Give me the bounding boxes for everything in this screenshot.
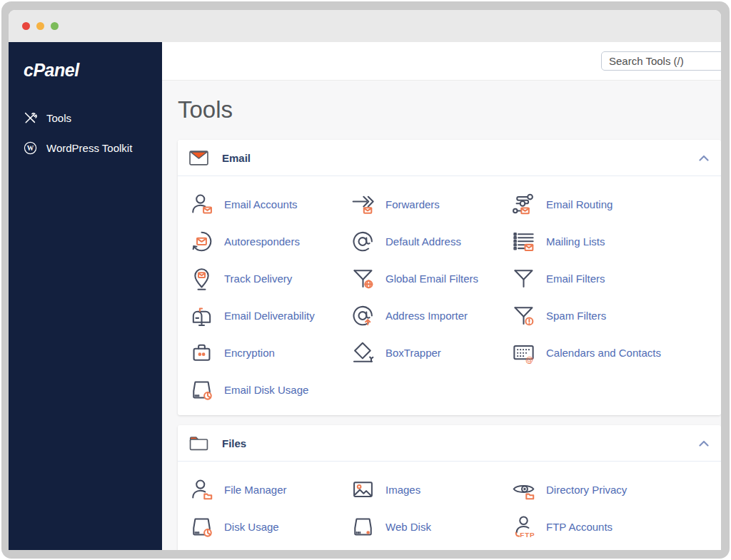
email-disk-usage-icon (188, 377, 215, 403)
global-email-filters-icon (350, 265, 376, 292)
section-card-files: Files File Manager Images Directory Priv… (178, 425, 721, 550)
tool-item-boxtrapper[interactable]: BoxTrapper (350, 340, 510, 366)
tool-grid: File Manager Images Directory Privacy Di… (178, 462, 721, 550)
ftp-accounts-icon: FTP (510, 514, 537, 540)
default-address-icon (350, 228, 376, 255)
tool-item-label[interactable]: Track Delivery (224, 273, 292, 285)
calendars-and-contacts-icon: @ (510, 340, 537, 366)
tool-item-track-delivery[interactable]: Track Delivery (188, 265, 350, 292)
tool-item-label[interactable]: Spam Filters (546, 310, 606, 322)
address-importer-icon (350, 302, 376, 329)
maximize-window-button[interactable] (51, 22, 59, 30)
tool-item-mailing-lists[interactable]: Mailing Lists (510, 228, 710, 255)
sidebar-item-wordpress-toolkit[interactable]: W WordPress Toolkit (9, 133, 162, 163)
tool-item-label[interactable]: Email Disk Usage (224, 384, 308, 396)
tool-item-label[interactable]: File Manager (224, 484, 287, 496)
tool-item-images[interactable]: Images (350, 477, 510, 503)
tool-item-label[interactable]: Mailing Lists (546, 235, 605, 248)
tool-grid: Email Accounts Forwarders Email Routing … (178, 176, 721, 415)
tool-item-file-manager[interactable]: File Manager (188, 477, 350, 503)
tool-item-disk-usage[interactable]: Disk Usage (188, 514, 350, 540)
web-disk-icon (350, 514, 376, 540)
spam-filters-icon (510, 302, 537, 329)
tool-item-label[interactable]: Web Disk (385, 521, 431, 533)
mailing-lists-icon (510, 228, 537, 255)
chevron-up-icon[interactable] (699, 440, 709, 447)
tool-item-label[interactable]: Email Filters (546, 273, 605, 285)
svg-text:@: @ (525, 355, 533, 364)
app-window: cPanel Tools W WordPress Toolkit Tools E… (9, 10, 721, 550)
cpanel-logo: cPanel (24, 60, 162, 81)
main-area: Tools Email Email Accounts Forwarders Em… (162, 42, 721, 550)
email-routing-icon (510, 191, 537, 218)
sidebar-item-label: WordPress Toolkit (46, 142, 132, 154)
email-accounts-icon (188, 191, 215, 218)
topbar (162, 42, 721, 81)
file-manager-icon (188, 477, 215, 503)
window-frame: cPanel Tools W WordPress Toolkit Tools E… (1, 1, 730, 559)
tool-item-label[interactable]: Email Deliverability (224, 310, 315, 322)
email-section-icon (189, 151, 208, 166)
section-header[interactable]: Email (178, 140, 721, 176)
tool-item-label[interactable]: Autoresponders (224, 235, 300, 248)
email-deliverability-icon (188, 302, 215, 329)
search-tools-input[interactable] (601, 51, 721, 71)
tool-item-label[interactable]: Default Address (385, 235, 461, 248)
tool-item-label[interactable]: Forwarders (385, 198, 440, 210)
tool-item-web-disk[interactable]: Web Disk (350, 514, 510, 540)
tool-item-autoresponders[interactable]: Autoresponders (188, 228, 350, 255)
tool-item-label[interactable]: Encryption (224, 347, 275, 359)
tools-icon (24, 111, 37, 125)
svg-text:FTP: FTP (520, 531, 535, 539)
tool-item-label[interactable]: Email Routing (546, 198, 612, 210)
encryption-icon (188, 340, 215, 366)
tool-item-label[interactable]: Global Email Filters (385, 273, 478, 285)
tool-item-global-email-filters[interactable]: Global Email Filters (350, 265, 510, 292)
files-section-icon (189, 436, 208, 451)
tool-item-directory-privacy[interactable]: Directory Privacy (510, 477, 710, 503)
section-header[interactable]: Files (178, 425, 721, 462)
tool-item-spam-filters[interactable]: Spam Filters (510, 302, 710, 329)
tool-item-ftp-accounts[interactable]: FTP FTP Accounts (510, 514, 710, 540)
disk-usage-icon (188, 514, 215, 540)
content-area: Tools Email Email Accounts Forwarders Em… (162, 81, 721, 550)
tool-item-label[interactable]: Calendars and Contacts (546, 347, 661, 359)
section-title: Files (222, 437, 246, 449)
wordpress-icon: W (24, 141, 37, 155)
tool-item-label[interactable]: Address Importer (385, 310, 468, 322)
tool-item-label[interactable]: Directory Privacy (546, 484, 627, 496)
tool-item-label[interactable]: Images (385, 484, 420, 496)
tool-item-calendars-and-contacts[interactable]: @ Calendars and Contacts (510, 340, 710, 366)
tool-item-email-deliverability[interactable]: Email Deliverability (188, 302, 350, 329)
sections-list: Email Email Accounts Forwarders Email Ro… (178, 140, 721, 550)
tool-item-email-filters[interactable]: Email Filters (510, 265, 710, 292)
tool-item-label[interactable]: Email Accounts (224, 198, 298, 210)
section-title: Email (222, 152, 251, 164)
chevron-up-icon[interactable] (699, 155, 709, 161)
page-title: Tools (178, 81, 721, 140)
email-filters-icon (510, 265, 537, 292)
svg-text:W: W (27, 144, 34, 151)
minimize-window-button[interactable] (36, 22, 44, 30)
tool-item-forwarders[interactable]: Forwarders (350, 191, 510, 218)
tool-item-label[interactable]: Disk Usage (224, 521, 279, 533)
tool-item-email-routing[interactable]: Email Routing (510, 191, 710, 218)
sidebar-nav: Tools W WordPress Toolkit (9, 103, 162, 163)
directory-privacy-icon (510, 477, 537, 503)
tool-item-default-address[interactable]: Default Address (350, 228, 510, 255)
images-icon (350, 477, 376, 503)
window-titlebar (9, 10, 721, 42)
tool-item-email-disk-usage[interactable]: Email Disk Usage (188, 377, 350, 403)
sidebar-item-label: Tools (46, 112, 71, 124)
tool-item-label[interactable]: BoxTrapper (385, 347, 441, 359)
tool-item-label[interactable]: FTP Accounts (546, 521, 612, 533)
sidebar: cPanel Tools W WordPress Toolkit (9, 42, 162, 550)
tool-item-email-accounts[interactable]: Email Accounts (188, 191, 350, 218)
tool-item-address-importer[interactable]: Address Importer (350, 302, 510, 329)
tool-item-encryption[interactable]: Encryption (188, 340, 350, 366)
sidebar-item-tools[interactable]: Tools (9, 103, 162, 133)
close-window-button[interactable] (22, 22, 30, 30)
boxtrapper-icon (350, 340, 376, 366)
autoresponders-icon (188, 228, 215, 255)
forwarders-icon (350, 191, 376, 218)
